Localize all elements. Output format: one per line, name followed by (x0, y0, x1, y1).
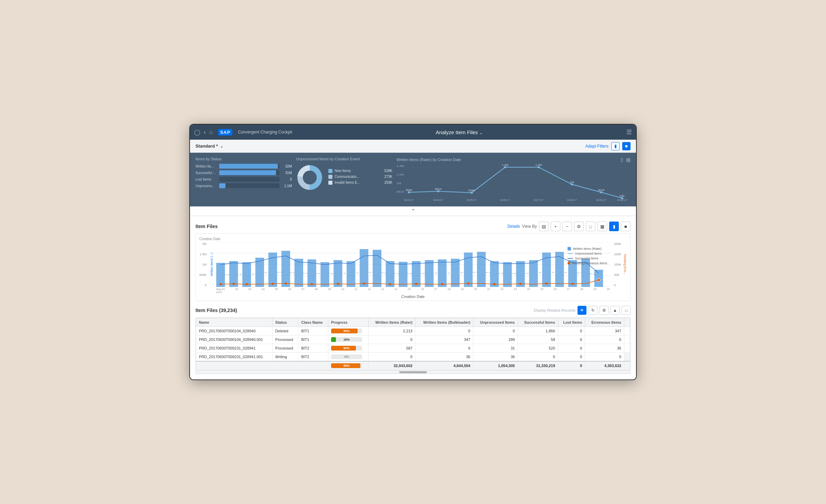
svg-rect-45 (255, 258, 264, 287)
donut-card: Unprocessed Items by Creation Event (296, 157, 392, 202)
home-icon[interactable]: ⌂ (209, 129, 213, 135)
item-files-table: Name Status Class Name Progress Written … (196, 318, 630, 370)
page-title-chevron[interactable]: ⌄ (479, 130, 483, 135)
cell-written-rater: 2,213 (368, 327, 415, 335)
copy-icon[interactable]: ▯ (621, 157, 623, 162)
details-label[interactable]: Details (507, 224, 520, 229)
line-chart-svg: 1.4M 1.4M 1M 961K 8/23/17 8/24/17 8/25/1… (396, 164, 631, 202)
table-scrollbar-thumb[interactable] (399, 371, 427, 373)
table-header-row: Name Status Class Name Progress Written … (196, 318, 630, 327)
svg-point-4 (303, 171, 317, 184)
bar-chart-btn[interactable]: ▮ (609, 222, 619, 231)
donut-chart (296, 164, 324, 191)
svg-rect-55 (386, 261, 394, 287)
tbl-eye-btn[interactable]: 👁 (578, 306, 586, 315)
col-status: Status (272, 318, 298, 327)
kpi-bar-unprocessed: Unprocess... 1.1M (195, 183, 292, 188)
items-by-status-title: Items by Status (195, 157, 292, 161)
table-scrollbar[interactable] (195, 371, 631, 374)
table-section-title: Item Files (39,234) (195, 308, 237, 313)
cell-class: BIT2 (298, 353, 328, 362)
svg-point-27 (600, 191, 602, 193)
legend-new-items: New Items 528K (328, 169, 392, 173)
svg-point-73 (232, 283, 235, 285)
chart-svg-wrap: Written Items (Rater) Unprocessed Items … (215, 242, 611, 294)
tbl-settings-btn[interactable]: ⚙ (600, 306, 608, 315)
cell-successful: 1,866 (518, 327, 558, 335)
shell-menu-icon[interactable]: ☰ (626, 128, 632, 136)
chart-section-title: Item Files (195, 224, 218, 229)
chart-creation-date-label: Creation Date (199, 237, 627, 241)
tbl-refresh-btn[interactable]: ↻ (589, 306, 597, 315)
tbl-export-btn[interactable]: ▲ (611, 306, 620, 315)
svg-point-80 (389, 283, 391, 285)
svg-text:981K: 981K (435, 188, 442, 191)
svg-text:8/25/17: 8/25/17 (467, 199, 476, 202)
table-view-btn[interactable]: ▤ (539, 222, 549, 231)
cell-lost: 0 (558, 327, 585, 335)
svg-point-25 (537, 166, 540, 168)
table-row: PRD_20170830T000231_028941.001 Writing B… (196, 353, 630, 362)
collapse-handle[interactable]: ⌃ (190, 206, 636, 216)
chart-view-button[interactable]: ▮ (611, 142, 620, 150)
svg-point-83 (467, 282, 469, 285)
app-title: Convergent Charging Cockpit (238, 130, 292, 135)
bar-view-button[interactable]: ■ (622, 142, 631, 150)
compare-btn[interactable]: ▦ (597, 222, 607, 231)
grid-btn[interactable]: ■ (621, 222, 631, 231)
table-wrap: Name Status Class Name Progress Written … (195, 318, 631, 371)
back-icon[interactable]: ‹ (204, 129, 206, 136)
cell-unprocessed: 289 (473, 335, 518, 344)
col-scrollbar (624, 318, 630, 327)
cell-written-bulk: 36 (415, 353, 473, 362)
analytics-panel: Items by Status Written Ite... 32M Succe… (190, 153, 636, 206)
items-by-status-card: Items by Status Written Ite... 32M Succe… (195, 157, 292, 202)
preset-label[interactable]: Standard * (195, 143, 218, 149)
table-section-header: Item Files (39,234) Display Related Reco… (195, 306, 631, 315)
svg-text:8/28/17: 8/28/17 (567, 199, 577, 202)
cell-scroll (624, 353, 630, 362)
svg-text:8/24/17: 8/24/17 (433, 199, 443, 202)
svg-point-88 (597, 279, 600, 281)
col-lost: Lost Items (558, 318, 585, 327)
svg-text:1.4M: 1.4M (396, 164, 404, 168)
main-chart-container: Creation Date 2M 1.5M 1M 500K 0 Written … (195, 233, 631, 301)
preset-chevron[interactable]: ⌄ (220, 143, 224, 149)
svg-rect-58 (425, 260, 433, 287)
expand-btn[interactable]: ⨆ (586, 222, 595, 231)
svg-point-84 (493, 283, 496, 285)
settings-btn[interactable]: ⚙ (574, 222, 584, 231)
svg-text:961K: 961K (598, 189, 605, 192)
zoom-in-btn[interactable]: + (551, 222, 560, 231)
settings-icon[interactable]: ▤ (626, 157, 631, 162)
zoom-out-btn[interactable]: − (562, 222, 572, 231)
svg-point-85 (519, 283, 522, 285)
bar-line-chart (215, 242, 611, 287)
cell-erroneous: 36 (585, 344, 624, 353)
main-content: Item Files Details View By ▤ + − ⚙ ⨆ ▦ ▮… (190, 216, 636, 379)
footer-progress: 95% (328, 361, 368, 370)
svg-point-28 (621, 197, 623, 199)
view-by-label: View By (522, 224, 537, 229)
svg-text:1.4M: 1.4M (396, 173, 404, 176)
footer-erroneous: 4,303,632 (585, 361, 624, 370)
cell-progress: 86% (328, 327, 368, 335)
user-icon[interactable]: ◯ (194, 129, 200, 136)
legend-invalid: Invalid Items E... 253K (328, 181, 392, 185)
chart-section-header: Item Files Details View By ▤ + − ⚙ ⨆ ▦ ▮… (195, 222, 631, 231)
display-related-btn[interactable]: Display Related Records (534, 308, 575, 312)
cell-scroll (624, 335, 630, 344)
adapt-filters-label[interactable]: Adapt Filters (585, 144, 608, 149)
tbl-expand-btn[interactable]: ⨆ (622, 306, 631, 315)
cell-successful: 0 (518, 353, 558, 362)
collapse-icon: ⌃ (411, 208, 415, 214)
line-chart-title: Written Items (Rater) by Creation Date ▯… (396, 157, 631, 162)
svg-text:960K: 960K (406, 189, 413, 192)
cell-class: BIT1 (298, 335, 328, 344)
page-title: Analyze Item Files ⌄ (296, 129, 623, 135)
footer-successful: 31,330,219 (518, 361, 558, 370)
svg-rect-64 (503, 262, 512, 287)
col-successful: Successful Items (518, 318, 558, 327)
cell-erroneous: 347 (585, 327, 624, 335)
y-axis-right: 200K 150K 100K 50K 0 (613, 242, 621, 287)
